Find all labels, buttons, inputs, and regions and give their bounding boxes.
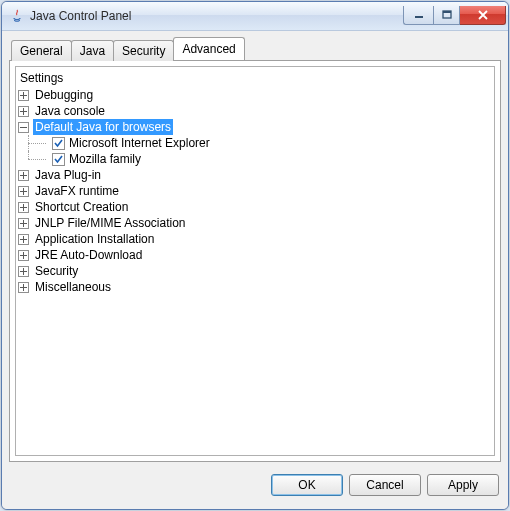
- expand-icon[interactable]: [18, 282, 29, 293]
- expand-icon[interactable]: [18, 170, 29, 181]
- window-title: Java Control Panel: [30, 9, 403, 23]
- expand-icon[interactable]: [18, 186, 29, 197]
- svg-rect-2: [443, 11, 451, 13]
- checkbox[interactable]: [52, 153, 65, 166]
- apply-button[interactable]: Apply: [427, 474, 499, 496]
- tree-node-app-install[interactable]: Application Installation: [18, 231, 492, 247]
- tree-node-label: Microsoft Internet Explorer: [69, 136, 210, 150]
- collapse-icon[interactable]: [18, 122, 29, 133]
- checkbox[interactable]: [52, 137, 65, 150]
- expand-icon[interactable]: [18, 106, 29, 117]
- tree-node-java-plugin[interactable]: Java Plug-in: [18, 167, 492, 183]
- expand-icon[interactable]: [18, 266, 29, 277]
- tree-node-shortcut-creation[interactable]: Shortcut Creation: [18, 199, 492, 215]
- minimize-button[interactable]: [403, 6, 433, 25]
- tab-security[interactable]: Security: [113, 40, 174, 61]
- tab-general[interactable]: General: [11, 40, 72, 61]
- tree-node-default-java-browsers[interactable]: Default Java for browsers: [18, 119, 492, 135]
- window-buttons: [403, 6, 506, 25]
- window-frame: Java Control Panel General Java Security…: [1, 1, 509, 510]
- tree-branch-icon: [24, 135, 52, 151]
- tree-node-mozilla[interactable]: Mozilla family: [18, 151, 492, 167]
- tab-label: General: [20, 44, 63, 58]
- client-area: General Java Security Advanced Settings …: [2, 31, 508, 509]
- cancel-button[interactable]: Cancel: [349, 474, 421, 496]
- tab-java[interactable]: Java: [71, 40, 114, 61]
- tab-advanced[interactable]: Advanced: [173, 37, 244, 60]
- java-icon: [9, 8, 25, 24]
- tree-node-label: Mozilla family: [69, 152, 141, 166]
- tree-node-ms-ie[interactable]: Microsoft Internet Explorer: [18, 135, 492, 151]
- ok-button[interactable]: OK: [271, 474, 343, 496]
- maximize-button[interactable]: [433, 6, 460, 25]
- tree-node-jnlp[interactable]: JNLP File/MIME Association: [18, 215, 492, 231]
- svg-rect-0: [415, 16, 423, 18]
- tab-label: Security: [122, 44, 165, 58]
- close-button[interactable]: [460, 6, 506, 25]
- titlebar[interactable]: Java Control Panel: [2, 2, 508, 31]
- tree-root: Settings: [18, 71, 492, 87]
- tree-branch-icon: [24, 151, 52, 167]
- expand-icon[interactable]: [18, 250, 29, 261]
- expand-icon[interactable]: [18, 202, 29, 213]
- expand-icon[interactable]: [18, 218, 29, 229]
- tree-node-java-console[interactable]: Java console: [18, 103, 492, 119]
- tree-node-debugging[interactable]: Debugging: [18, 87, 492, 103]
- expand-icon[interactable]: [18, 234, 29, 245]
- tree-node-jre-auto-dl[interactable]: JRE Auto-Download: [18, 247, 492, 263]
- tree-node-security[interactable]: Security: [18, 263, 492, 279]
- tab-bar: General Java Security Advanced: [9, 38, 501, 60]
- expand-icon[interactable]: [18, 90, 29, 101]
- tree-node-javafx-runtime[interactable]: JavaFX runtime: [18, 183, 492, 199]
- tab-label: Advanced: [182, 42, 235, 56]
- settings-tree[interactable]: Settings Debugging Java console Default …: [15, 66, 495, 456]
- tab-page-advanced: Settings Debugging Java console Default …: [9, 60, 501, 462]
- dialog-buttons: OK Cancel Apply: [9, 462, 501, 502]
- tree-node-misc[interactable]: Miscellaneous: [18, 279, 492, 295]
- tab-label: Java: [80, 44, 105, 58]
